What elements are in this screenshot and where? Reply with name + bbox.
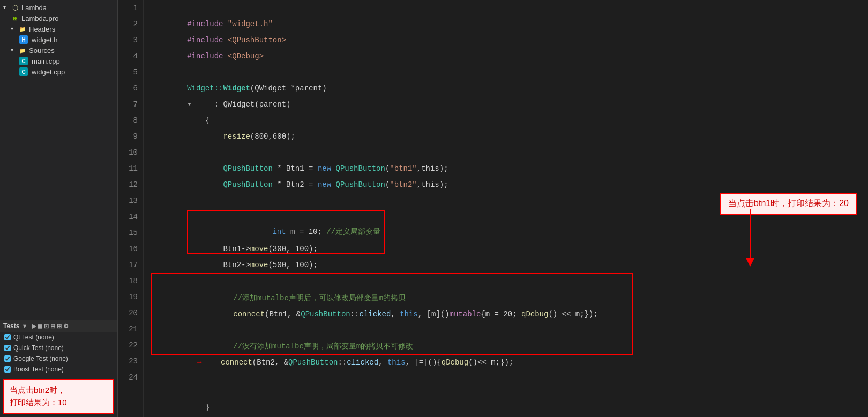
quick-test-label: Quick Test (none) (13, 344, 64, 352)
tree-item-widget-h[interactable]: H widget.h (0, 34, 117, 45)
lambda-icon: ⬡ (11, 3, 19, 12)
qt-test-label: Qt Test (none) (13, 333, 54, 341)
code-line-21: //没有添加mutalbe声明，局部变量m的拷贝不可修改 (152, 322, 632, 338)
code-line-6: ▾ : QWidget(parent) (151, 80, 868, 96)
code-line-16: Btn2->move(500, 100); (151, 241, 868, 257)
tests-panel: Tests ▼ ▶ ◼ ⊡ ⊟ ⊞ ⚙ Qt Test (none) Quick… (0, 320, 117, 417)
code-line-11: QPushButton * Btn2 = new QPushButton("bt… (151, 161, 868, 177)
sources-folder-icon: 📁 (18, 46, 27, 55)
tree-item-lambda-pro[interactable]: ⊞ Lambda.pro (0, 13, 117, 24)
qt-test-checkbox[interactable] (4, 334, 11, 340)
google-test-label: Google Test (none) (13, 355, 68, 362)
bottom-left-annotation: 当点击btn2时，打印结果为：10 (3, 379, 114, 414)
code-content: #include "widget.h" #include <QPushButto… (144, 0, 868, 417)
sidebar: ⬡ Lambda ⊞ Lambda.pro 📁 Headers H widget… (0, 0, 118, 417)
lambda-label: Lambda (21, 4, 47, 12)
collapse-icon[interactable]: ⊟ (50, 323, 55, 330)
code-line-5: Widget::Widget(QWidget *parent) (151, 64, 868, 80)
run-icon[interactable]: ▶ (32, 323, 36, 330)
code-line-24 (151, 399, 868, 415)
widget-h-label: widget.h (32, 36, 57, 44)
file-tree: ⬡ Lambda ⊞ Lambda.pro 📁 Headers H widget… (0, 0, 117, 320)
tree-root-lambda[interactable]: ⬡ Lambda (0, 2, 117, 13)
top-right-annotation: 当点击btn1时，打印结果为：20 (720, 193, 857, 215)
test-item-boost[interactable]: Boost Test (none) (0, 364, 117, 375)
tests-header: Tests ▼ ▶ ◼ ⊡ ⊟ ⊞ ⚙ (0, 320, 117, 332)
expand-icon[interactable]: ⊡ (44, 323, 49, 330)
google-test-checkbox[interactable] (4, 355, 11, 362)
code-line-4 (151, 48, 868, 64)
stop-icon[interactable]: ◼ (38, 323, 42, 330)
code-line-10: QPushButton * Btn1 = new QPushButton("bt… (151, 145, 868, 161)
code-line-7: { (151, 96, 868, 112)
cpp-file-icon-main: C (19, 57, 28, 65)
code-line-17 (151, 257, 868, 273)
quick-test-checkbox[interactable] (4, 345, 11, 351)
code-line-23: } (151, 383, 868, 399)
code-line-15: Btn1->move(300, 100); (151, 225, 868, 241)
code-line-20 (152, 306, 632, 322)
line-numbers: 1 2 3 4 5 6 7 8 9 10 11 12 13 14 15 16 1… (118, 0, 144, 417)
main-area: ⬡ Lambda ⊞ Lambda.pro 📁 Headers H widget… (0, 0, 868, 417)
filter-icon[interactable]: ▼ (21, 323, 27, 329)
chevron-headers (11, 26, 17, 32)
add-icon[interactable]: ⊞ (57, 323, 62, 330)
boost-test-label: Boost Test (none) (13, 366, 64, 373)
chevron-sources (11, 47, 17, 54)
tests-title: Tests (3, 322, 19, 330)
test-item-quick[interactable]: Quick Test (none) (0, 343, 117, 353)
code-line-2: #include <QPushButton> (151, 16, 868, 32)
tree-item-sources[interactable]: 📁 Sources (0, 45, 117, 56)
sources-label: Sources (29, 47, 55, 55)
boost-test-checkbox[interactable] (4, 366, 11, 373)
code-line-22: → connect(Btn2, &QPushButton::clicked, t… (152, 338, 632, 354)
test-item-qt[interactable]: Qt Test (none) (0, 332, 117, 343)
test-item-google[interactable]: Google Test (none) (0, 353, 117, 364)
widget-cpp-label: widget.cpp (32, 68, 65, 76)
code-line-3: #include <QDebug> (151, 32, 868, 48)
h-file-icon: H (19, 35, 28, 44)
code-line-19: connect(Btn1, &QPushButton::clicked, thi… (152, 290, 632, 306)
code-line-12 (151, 177, 868, 193)
cpp-file-icon-widget: C (19, 67, 28, 76)
tree-item-widget-cpp[interactable]: C widget.cpp (0, 66, 117, 77)
tree-item-main-cpp[interactable]: C main.cpp (0, 56, 117, 66)
code-editor: 1 2 3 4 5 6 7 8 9 10 11 12 13 14 15 16 1… (118, 0, 868, 417)
settings-icon[interactable]: ⚙ (63, 323, 69, 330)
pro-file-icon: ⊞ (11, 14, 19, 22)
code-line-8: resize(800,600); (151, 112, 868, 128)
headers-label: Headers (29, 25, 55, 33)
chevron-lambda (3, 4, 10, 11)
code-line-9 (151, 128, 868, 145)
tests-toolbar: ▶ ◼ ⊡ ⊟ ⊞ ⚙ (32, 323, 69, 330)
code-line-1: #include "widget.h" (151, 0, 868, 16)
main-cpp-label: main.cpp (32, 57, 60, 65)
lambda-pro-label: Lambda.pro (21, 14, 58, 22)
code-line-18: //添加mutalbe声明后，可以修改局部变量m的拷贝 (152, 274, 632, 290)
big-annotation-box: //添加mutalbe声明后，可以修改局部变量m的拷贝 connect(Btn1… (151, 273, 633, 355)
headers-folder-icon: 📁 (18, 25, 27, 33)
tree-item-headers[interactable]: 📁 Headers (0, 24, 117, 34)
